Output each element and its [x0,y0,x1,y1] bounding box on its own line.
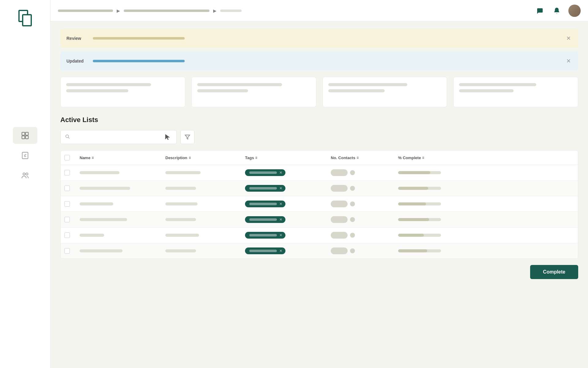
logo[interactable] [17,9,33,29]
td-tags: ✕ [241,201,327,207]
tag-remove-icon[interactable]: ✕ [279,218,282,221]
td-checkbox [61,201,76,207]
avatar[interactable] [568,5,581,17]
summary-card-1[interactable] [60,77,185,107]
tag-text [249,218,277,221]
sort-icon-complete [422,157,424,159]
tag-remove-icon[interactable]: ✕ [279,186,282,190]
card-line [66,89,128,92]
td-checkbox [61,248,76,254]
td-progress [394,187,462,190]
sidebar-item-tasks[interactable] [13,147,37,164]
progress-bar [398,249,441,252]
select-all-checkbox[interactable] [64,155,70,160]
table-row: ✕ [61,165,578,181]
summary-card-3[interactable] [322,77,447,107]
complete-button[interactable]: Complete [530,265,578,279]
row-checkbox[interactable] [64,248,70,254]
tag-remove-icon[interactable]: ✕ [279,249,282,253]
td-desc [162,171,241,174]
svg-point-10 [66,135,69,138]
svg-marker-12 [185,135,190,139]
svg-point-8 [23,173,25,175]
active-lists-table: Name Description Tags No. Contacts [60,150,578,259]
tag-pill[interactable]: ✕ [245,232,285,239]
chat-icon[interactable] [534,5,545,16]
summary-card-4[interactable] [453,77,578,107]
sort-icon-contacts [357,157,359,159]
name-skeleton [80,249,123,252]
banner-updated-close[interactable]: ✕ [565,56,572,66]
svg-rect-4 [22,136,25,139]
banner-updated-left: Updated [66,59,565,63]
td-tags: ✕ [241,216,327,223]
td-progress [394,171,462,174]
sidebar-item-contacts[interactable] [13,167,37,184]
tag-pill[interactable]: ✕ [245,216,285,223]
name-skeleton [80,171,119,174]
contacts-wrap [331,201,355,207]
progress-step-1 [58,10,113,12]
sidebar-item-dashboard[interactable] [13,127,37,144]
td-contacts [327,216,394,223]
tag-pill[interactable]: ✕ [245,169,285,176]
contacts-dot [350,170,355,175]
th-name[interactable]: Name [76,155,162,160]
td-progress [394,249,462,252]
td-checkbox [61,232,76,238]
td-contacts [327,201,394,207]
td-contacts [327,232,394,239]
th-tags[interactable]: Tags [241,155,327,160]
tag-remove-icon[interactable]: ✕ [279,202,282,206]
sidebar-nav [0,127,50,184]
row-checkbox[interactable] [64,186,70,191]
search-input[interactable] [73,130,172,144]
topbar: ▶ ▶ [51,0,588,21]
banner-review-bar [93,37,185,40]
td-name [76,187,162,190]
main-area: ▶ ▶ Revie [51,0,588,368]
progress-fill [398,249,427,252]
banner-review-close[interactable]: ✕ [565,34,572,43]
summary-card-2[interactable] [191,77,316,107]
banner-updated: Updated ✕ [60,52,578,71]
row-checkbox[interactable] [64,201,70,207]
search-box[interactable] [60,130,177,144]
tag-text [249,171,277,174]
td-contacts [327,247,394,254]
progress-bar [398,234,441,237]
td-progress [394,218,462,221]
banner-updated-bar [93,60,185,62]
td-progress [394,234,462,237]
td-name [76,202,162,205]
tag-pill[interactable]: ✕ [245,185,285,192]
contacts-wrap [331,185,355,192]
contacts-dot [350,201,355,206]
row-checkbox[interactable] [64,170,70,175]
row-checkbox[interactable] [64,217,70,222]
filter-button[interactable] [180,130,194,144]
bell-icon[interactable] [551,5,562,16]
tag-pill[interactable]: ✕ [245,201,285,207]
th-complete[interactable]: % Complete [394,155,462,160]
table-row: ✕ [61,243,578,259]
tag-text [249,234,277,236]
sort-icon-name [92,157,94,159]
contacts-pill [331,185,348,192]
tag-text [249,187,277,190]
tag-remove-icon[interactable]: ✕ [279,233,282,237]
name-skeleton [80,234,104,237]
desc-skeleton [165,249,196,252]
tag-remove-icon[interactable]: ✕ [279,171,282,174]
th-description[interactable]: Description [162,155,241,160]
card-line [328,83,408,86]
tag-pill[interactable]: ✕ [245,247,285,254]
contacts-wrap [331,169,355,176]
th-contacts[interactable]: No. Contacts [327,155,394,160]
contacts-pill [331,247,348,254]
progress-bar [398,218,441,221]
td-checkbox [61,217,76,222]
progress-bar [398,187,441,190]
row-checkbox[interactable] [64,232,70,238]
banner-review-label: Review [66,36,88,41]
